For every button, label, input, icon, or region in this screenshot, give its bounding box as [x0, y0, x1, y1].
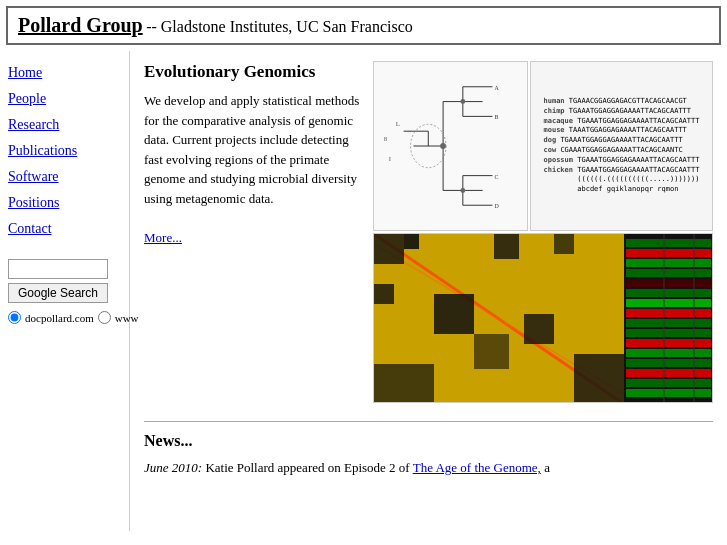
news-date: June 2010:	[144, 460, 202, 475]
svg-text:L: L	[396, 120, 400, 127]
svg-rect-50	[626, 329, 711, 337]
svg-text:8: 8	[384, 135, 388, 142]
site-header: Pollard Group -- Gladstone Institutes, U…	[6, 6, 721, 45]
svg-rect-0	[374, 62, 527, 230]
heatmap-svg	[374, 234, 713, 403]
radio-docpollard-label: docpollard.com	[25, 312, 94, 324]
svg-text:B: B	[494, 114, 498, 120]
top-image-row: A B C D 8 L I	[373, 61, 713, 231]
svg-rect-42	[626, 249, 711, 257]
search-input[interactable]	[8, 259, 108, 279]
alignment-text: human TGAAACGGAGGAGACGTTACAGCAACGT chimp…	[540, 93, 704, 199]
svg-rect-37	[554, 234, 574, 254]
more-link[interactable]: More...	[144, 230, 182, 245]
nav-software[interactable]: Software	[8, 165, 121, 189]
svg-rect-31	[374, 284, 394, 304]
svg-rect-56	[626, 389, 711, 397]
svg-rect-33	[434, 294, 474, 334]
svg-rect-38	[374, 364, 434, 403]
svg-rect-35	[524, 314, 554, 344]
news-text: Katie Pollard appeared on Episode 2 of	[205, 460, 409, 475]
search-radio-row: docpollard.com www	[8, 311, 121, 324]
site-title: Pollard Group	[18, 14, 143, 36]
image-block: A B C D 8 L I	[373, 61, 713, 403]
alignment-image: human TGAAACGGAGGAGACGTTACAGCAACGT chimp…	[530, 61, 713, 231]
svg-point-21	[460, 99, 465, 104]
top-content: Evolutionary Genomics We develop and app…	[144, 61, 713, 403]
nav-positions[interactable]: Positions	[8, 191, 121, 215]
svg-rect-32	[404, 234, 419, 249]
news-link[interactable]: The Age of the Genome,	[413, 460, 541, 475]
svg-rect-39	[474, 334, 509, 369]
svg-rect-48	[626, 309, 711, 317]
news-body: June 2010: Katie Pollard appeared on Epi…	[144, 458, 713, 478]
text-block: Evolutionary Genomics We develop and app…	[144, 61, 361, 403]
nav-publications[interactable]: Publications	[8, 139, 121, 163]
svg-rect-30	[374, 234, 404, 264]
news-title: News...	[144, 432, 713, 450]
svg-text:C: C	[494, 174, 498, 180]
svg-text:D: D	[494, 203, 499, 209]
content-area: Evolutionary Genomics We develop and app…	[130, 51, 727, 531]
svg-rect-53	[626, 359, 711, 367]
svg-rect-51	[626, 339, 711, 347]
site-subtitle: -- Gladstone Institutes, UC San Francisc…	[146, 18, 413, 35]
search-area: Google Search docpollard.com www	[8, 259, 121, 324]
nav-people[interactable]: People	[8, 87, 121, 111]
svg-rect-44	[626, 269, 711, 277]
body-text: We develop and apply statistical methods…	[144, 91, 361, 247]
sidebar: Home People Research Publications Softwa…	[0, 51, 130, 531]
nav-research[interactable]: Research	[8, 113, 121, 137]
svg-point-20	[440, 143, 446, 149]
radio-docpollard[interactable]	[8, 311, 21, 324]
section-title: Evolutionary Genomics	[144, 61, 361, 83]
svg-rect-55	[626, 379, 711, 387]
svg-rect-36	[574, 354, 624, 403]
news-section: News... June 2010: Katie Pollard appeare…	[144, 421, 713, 478]
phylo-tree-image: A B C D 8 L I	[373, 61, 528, 231]
news-suffix: a	[544, 460, 550, 475]
svg-rect-49	[626, 319, 711, 327]
svg-rect-34	[494, 234, 519, 259]
svg-point-22	[460, 188, 465, 193]
search-button[interactable]: Google Search	[8, 283, 108, 303]
svg-rect-52	[626, 349, 711, 357]
svg-rect-54	[626, 369, 711, 377]
svg-rect-46	[626, 289, 711, 297]
heatmap-image	[373, 233, 713, 403]
svg-text:A: A	[494, 85, 499, 91]
radio-www[interactable]	[98, 311, 111, 324]
nav-contact[interactable]: Contact	[8, 217, 121, 241]
svg-rect-43	[626, 259, 711, 267]
svg-rect-41	[626, 239, 711, 247]
svg-rect-45	[626, 279, 711, 287]
svg-rect-47	[626, 299, 711, 307]
nav-home[interactable]: Home	[8, 61, 121, 85]
main-layout: Home People Research Publications Softwa…	[0, 51, 727, 531]
